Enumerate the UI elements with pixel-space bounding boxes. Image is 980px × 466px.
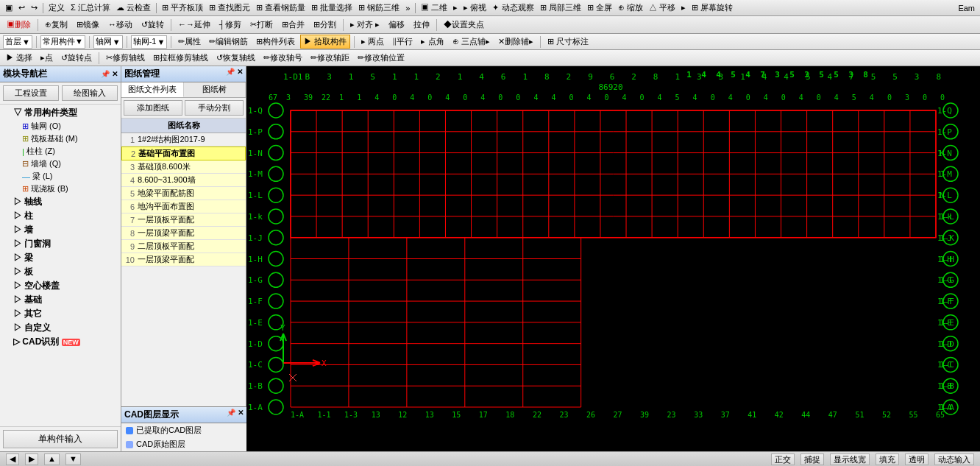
component-dropdown[interactable]: 常用构件▼ [40,35,85,49]
tree-item-raft[interactable]: ⊞ 筏板基础 (M) [1,133,119,145]
toolbar-zoom[interactable]: ⊕ 缩放 [616,2,645,13]
layer-original[interactable]: CAD原始图层 [121,437,246,451]
status-snap[interactable]: 捕捉 [800,453,824,465]
drawing-row-3[interactable]: 3 基础顶8.600米 [121,160,246,174]
main-canvas[interactable] [246,66,980,451]
status-nav-right[interactable]: ▶ [25,453,38,465]
sidebar-pin-icon[interactable]: 📌 ✕ [101,70,118,78]
add-drawing-btn[interactable]: 添加图纸 [124,100,182,116]
tree-door-window[interactable]: ▷ 门窗洞 [1,237,119,251]
set-point-btn[interactable]: ◆设置夹点 [440,18,488,32]
toolbar-rebar-view[interactable]: ⊞ 查看钢筋量 [254,2,308,13]
status-ortho[interactable]: 正交 [771,453,795,465]
axis-type-dropdown[interactable]: 轴网 ▼ [93,35,123,49]
rotate-point-btn[interactable]: ↺旋转点 [58,52,95,64]
toolbar-more1[interactable]: » [403,4,412,13]
del-aux-btn[interactable]: ✕删除辅▸ [495,35,536,48]
split-btn[interactable]: ⊞分割 [310,18,340,32]
toolbar-calc[interactable]: Σ 汇总计算 [68,2,113,13]
point-btn[interactable]: ▸点 [38,52,56,64]
modify-axis-dist-btn[interactable]: ✏修改轴距 [308,52,352,64]
status-nav-down[interactable]: ▼ [65,453,81,465]
tab-file-list[interactable]: 图纸文件列表 [121,82,184,97]
tree-item-axis[interactable]: ⊞ 轴网 (O) [1,120,119,133]
extend-btn[interactable]: ←→延伸 [174,18,214,32]
offset-btn[interactable]: 偏移 [385,18,408,32]
tree-axis[interactable]: ▷ 轴线 [1,195,119,209]
single-component-btn[interactable]: 单构件输入 [3,430,118,448]
two-points-btn[interactable]: ▸ 两点 [358,35,387,48]
modify-axis-pos-btn[interactable]: ✏修改轴位置 [355,52,408,64]
tree-foundation[interactable]: ▷ 基础 [1,293,119,307]
tree-slab[interactable]: ▷ 板 [1,265,119,279]
toolbar-dynamic[interactable]: ✦ 动态观察 [490,2,536,13]
status-transparent[interactable]: 透明 [905,453,928,465]
tree-wall[interactable]: ▷ 墙 [1,223,119,237]
status-fill[interactable]: 填充 [876,453,899,465]
toolbar-arrow-fwd[interactable]: ↪ [29,3,40,13]
trim-axis-btn[interactable]: ✂修剪轴线 [103,52,148,64]
tree-root-common[interactable]: ▽ 常用构件类型 [1,106,119,120]
toolbar-2d[interactable]: ▣ 二维 [419,2,450,13]
property-btn[interactable]: ✏属性 [175,35,204,48]
status-linewidth[interactable]: 显示线宽 [830,453,870,465]
toolbar-batch-select[interactable]: ⊞ 批量选择 [309,2,355,13]
move-btn[interactable]: ↔移动 [104,18,136,32]
panel-controls[interactable]: 📌 ✕ [226,68,243,80]
toolbar-pan[interactable]: △ 平移 [647,2,678,13]
drawing-row-1[interactable]: 1 1#2#结构图2017-9 [121,133,246,146]
toolbar-find[interactable]: ⊞ 查找图元 [207,2,252,13]
merge-btn[interactable]: ⊞合并 [278,18,308,32]
toolbar-file-icon[interactable]: ▣ [3,3,15,13]
drawing-row-6[interactable]: 6 地沟平面布置图 [121,200,246,213]
layer-extracted[interactable]: 已提取的CAD图层 [121,423,246,437]
drawing-row-10[interactable]: 10 一层顶梁平面配 [121,253,246,266]
component-list-btn[interactable]: ⊞构件列表 [253,35,298,48]
drawing-row-5[interactable]: 5 地梁平面配筋图 [121,187,246,200]
toolbar-rebar-3d[interactable]: ⊞ 钢筋三维 [356,2,402,13]
tree-beam[interactable]: ▷ 梁 [1,251,119,265]
modify-axis-num-btn[interactable]: ✏修改轴号 [260,52,305,64]
floor-dropdown[interactable]: 首层 ▼ [3,35,32,49]
toolbar-top-view[interactable]: ▸ 俯视 [461,2,489,13]
parallel-btn[interactable]: ∥平行 [389,35,416,48]
tree-cad[interactable]: ▷ CAD识别 NEW [1,335,119,349]
toolbar-eam[interactable]: Eam [956,4,977,13]
drawing-row-4[interactable]: 4 8.600~31.900墙 [121,174,246,187]
tree-item-beam[interactable]: — 梁 (L) [1,170,119,183]
toolbar-arrow-back[interactable]: ↩ [16,3,27,13]
dimension-btn[interactable]: ⊞ 尺寸标注 [544,35,592,48]
tree-item-slab[interactable]: ⊞ 现浇板 (B) [1,183,119,195]
engineering-setup-btn[interactable]: 工程设置 [3,85,59,101]
drawing-row-8[interactable]: 8 一层顶梁平面配 [121,227,246,240]
status-dynamic-input[interactable]: 动态输入 [934,453,974,465]
drawing-input-btn[interactable]: 绘图输入 [62,85,118,101]
select-btn[interactable]: ▶ 选择 [3,52,35,64]
toolbar-local-3d[interactable]: ⊞ 局部三维 [538,2,583,13]
edit-rebar-btn[interactable]: ✏编辑钢筋 [206,35,251,48]
toolbar-fullscreen[interactable]: ⊞ 全屏 [585,2,614,13]
tree-item-column[interactable]: | 柱柱 (Z) [1,145,119,158]
canvas-area[interactable] [246,66,980,451]
angle-point-btn[interactable]: ▸ 点角 [418,35,447,48]
drawing-row-9[interactable]: 9 二层顶板平面配 [121,240,246,253]
status-nav-up[interactable]: ▲ [44,453,60,465]
box-trim-btn[interactable]: ⊞拉框修剪轴线 [150,52,211,64]
copy-btn[interactable]: ⊕复制 [41,18,71,32]
status-nav-left[interactable]: ◀ [6,453,19,465]
toolbar-more2[interactable]: ▸ [679,3,688,13]
tree-item-wall[interactable]: ⊟ 墙墙 (Q) [1,158,119,170]
stretch-btn[interactable]: 拉伸 [410,18,433,32]
align-btn[interactable]: ▸ 对齐 ▸ [347,18,383,32]
restore-axis-btn[interactable]: ↺恢复轴线 [213,52,258,64]
mirror-btn[interactable]: ⊞镜像 [73,18,103,32]
three-points-btn[interactable]: ⊕ 三点辅▸ [450,35,493,48]
toolbar-align-top[interactable]: ⊞ 平齐板顶 [160,2,205,13]
tab-tree[interactable]: 图纸树 [184,82,246,97]
axis-name-dropdown[interactable]: 轴网-1 ▼ [131,35,168,49]
toolbar-rotate[interactable]: ⊞ 屏幕旋转 [689,2,735,13]
drawing-row-7[interactable]: 7 一层顶板平面配 [121,213,246,227]
cad-layer-controls[interactable]: 📌 ✕ [227,409,244,421]
rotate-btn[interactable]: ↺旋转 [138,18,168,32]
toolbar-view-arrow[interactable]: ▸ [451,3,460,13]
